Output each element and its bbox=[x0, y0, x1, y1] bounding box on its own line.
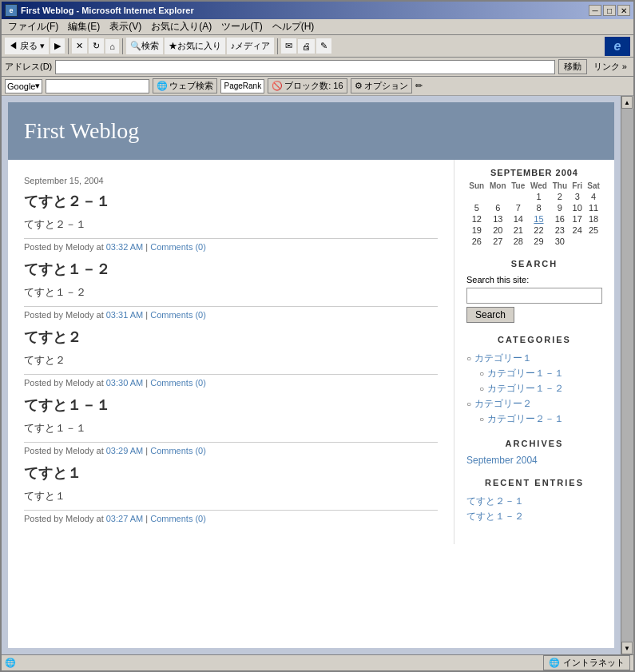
scroll-track-middle[interactable] bbox=[621, 109, 633, 642]
menu-file[interactable]: ファイル(F) bbox=[3, 18, 63, 35]
search-input[interactable] bbox=[466, 288, 602, 304]
post-author-4: Melody bbox=[65, 446, 93, 455]
post-comments-link-1[interactable]: Comments (0) bbox=[150, 242, 206, 252]
back-button[interactable]: ◀ 戻る ▾ bbox=[5, 38, 49, 54]
print-button[interactable]: 🖨 bbox=[298, 39, 315, 54]
google-search-button[interactable]: 🌐 ウェブ検索 bbox=[153, 78, 217, 93]
cal-day: 20 bbox=[487, 225, 509, 236]
home-button[interactable]: ⌂ bbox=[105, 39, 119, 54]
google-search-input[interactable] bbox=[46, 79, 149, 93]
calendar-section: SEPTEMBER 2004 Sun Mon Tue Wed Thu bbox=[466, 168, 602, 247]
status-left: 🌐 bbox=[5, 658, 16, 668]
google-toolbar: Google ▾ 🌐 ウェブ検索 PageRank 🚫 ブロック数: 16 ⚙ … bbox=[2, 77, 633, 96]
post-author-2: Melody bbox=[65, 310, 93, 320]
category-link-0[interactable]: カテゴリー１ bbox=[474, 352, 532, 365]
post-author-1: Melody bbox=[65, 242, 93, 252]
intranet-icon: 🌐 bbox=[549, 658, 560, 668]
archives-title: ARCHIVES bbox=[466, 439, 602, 448]
bullet-icon-4: ○ bbox=[479, 415, 484, 423]
separator-3 bbox=[277, 38, 278, 54]
search-button[interactable]: 🔍検索 bbox=[126, 38, 163, 54]
content-area: First Weblog September 15, 2004 てすと２－１ て… bbox=[2, 96, 633, 654]
menu-favorites[interactable]: お気に入り(A) bbox=[146, 18, 216, 35]
menu-help[interactable]: ヘルプ(H) bbox=[268, 18, 319, 35]
cal-header-tue: Tue bbox=[509, 181, 528, 191]
edit-button[interactable]: ✎ bbox=[316, 38, 331, 54]
favorites-button[interactable]: ★お気に入り bbox=[165, 38, 225, 54]
options-label: オプション bbox=[364, 80, 408, 92]
post-4: てすと１－１ てすと１－１ Posted by Melody at 03:29 … bbox=[24, 396, 438, 455]
post-title-1: てすと２－１ bbox=[24, 192, 438, 211]
google-dropdown[interactable]: Google ▾ bbox=[5, 79, 42, 93]
category-link-4[interactable]: カテゴリー２－１ bbox=[487, 412, 564, 426]
category-link-1[interactable]: カテゴリー１－１ bbox=[487, 367, 564, 380]
category-link-2[interactable]: カテゴリー１－２ bbox=[487, 382, 564, 396]
menu-view[interactable]: 表示(V) bbox=[105, 18, 146, 35]
menu-edit[interactable]: 編集(E) bbox=[63, 18, 105, 35]
media-button[interactable]: ♪メディア bbox=[227, 38, 275, 54]
cal-day bbox=[570, 236, 585, 247]
refresh-button[interactable]: ↻ bbox=[89, 38, 104, 54]
cal-day: 4 bbox=[585, 191, 602, 202]
scroll-down-button[interactable]: ▼ bbox=[621, 642, 633, 654]
options-button[interactable]: ⚙ オプション bbox=[351, 78, 412, 93]
window-title: First Weblog - Microsoft Internet Explor… bbox=[21, 6, 194, 15]
post-time-link-3[interactable]: 03:30 AM bbox=[106, 378, 143, 388]
cal-day: 28 bbox=[509, 236, 528, 247]
go-button[interactable]: 移動 bbox=[558, 59, 587, 74]
intranet-badge: 🌐 イントラネット bbox=[543, 655, 630, 670]
recent-entries-section: RECENT ENTRIES てすと２－１ てすと１－２ bbox=[466, 478, 602, 524]
category-list: ○ カテゴリー１ ○ カテゴリー１－１ ○ カテゴリー１－２ bbox=[466, 351, 602, 427]
cal-today-link[interactable]: 15 bbox=[534, 214, 543, 224]
maximize-button[interactable]: □ bbox=[603, 5, 616, 16]
scroll-up-button[interactable]: ▲ bbox=[621, 96, 633, 109]
cal-day: 24 bbox=[570, 225, 585, 236]
cal-day: 26 bbox=[466, 236, 487, 247]
title-bar-buttons: ─ □ ✕ bbox=[589, 5, 630, 16]
category-link-3[interactable]: カテゴリー２ bbox=[474, 397, 532, 411]
cal-day: 29 bbox=[528, 236, 550, 247]
options-icon: ⚙ bbox=[355, 81, 363, 91]
cal-header-sat: Sat bbox=[585, 181, 602, 191]
forward-button[interactable]: ▶ bbox=[50, 38, 65, 54]
post-time-link-1[interactable]: 03:32 AM bbox=[106, 242, 143, 252]
post-time-link-5[interactable]: 03:27 AM bbox=[106, 514, 143, 523]
blog-container: First Weblog September 15, 2004 てすと２－１ て… bbox=[2, 96, 621, 654]
search-button[interactable]: Search bbox=[466, 307, 514, 323]
recent-link-0[interactable]: てすと２－１ bbox=[466, 495, 524, 507]
status-globe-icon: 🌐 bbox=[5, 658, 16, 668]
minimize-button[interactable]: ─ bbox=[589, 5, 601, 16]
post-comments-link-4[interactable]: Comments (0) bbox=[150, 446, 206, 455]
post-comments-link-2[interactable]: Comments (0) bbox=[150, 310, 206, 320]
post-time-link-2[interactable]: 03:31 AM bbox=[106, 310, 143, 320]
category-item-2: ○ カテゴリー１－２ bbox=[479, 381, 602, 396]
archives-link-0[interactable]: September 2004 bbox=[466, 455, 538, 466]
post-comments-link-3[interactable]: Comments (0) bbox=[150, 378, 206, 388]
cal-day[interactable]: 15 bbox=[528, 213, 550, 225]
search-label: Search this site: bbox=[466, 275, 602, 284]
close-button[interactable]: ✕ bbox=[617, 5, 630, 16]
block-button[interactable]: 🚫 ブロック数: 16 bbox=[268, 78, 347, 93]
blog-body: September 15, 2004 てすと２－１ てすと２－１ Posted … bbox=[8, 160, 614, 544]
cal-header-wed: Wed bbox=[528, 181, 550, 191]
google-dropdown-arrow: ▾ bbox=[35, 81, 40, 91]
stop-button[interactable]: ✕ bbox=[72, 38, 87, 54]
cal-day: 16 bbox=[550, 213, 570, 225]
recent-link-1[interactable]: てすと１－２ bbox=[466, 511, 524, 522]
ie-icon: e bbox=[5, 4, 18, 17]
browser-window: e First Weblog - Microsoft Internet Expl… bbox=[0, 0, 635, 672]
post-footer-1: Posted by Melody at 03:32 AM | Comments … bbox=[24, 238, 438, 252]
category-item-3: ○ カテゴリー２ bbox=[466, 396, 602, 412]
address-input[interactable] bbox=[55, 60, 555, 74]
google-search-label: ウェブ検索 bbox=[169, 80, 213, 92]
menu-tools[interactable]: ツール(T) bbox=[216, 18, 267, 35]
toolbar-extra-icon: ✏ bbox=[415, 81, 423, 91]
post-time-link-4[interactable]: 03:29 AM bbox=[106, 446, 143, 455]
post-comments-link-5[interactable]: Comments (0) bbox=[150, 514, 206, 523]
separator-1 bbox=[68, 38, 69, 54]
cal-day: 1 bbox=[528, 191, 550, 202]
scrollbar[interactable]: ▲ ▼ bbox=[621, 96, 633, 654]
address-label: アドレス(D) bbox=[5, 61, 52, 73]
address-bar: アドレス(D) 移動 リンク » bbox=[2, 58, 633, 77]
mail-button[interactable]: ✉ bbox=[281, 38, 296, 54]
